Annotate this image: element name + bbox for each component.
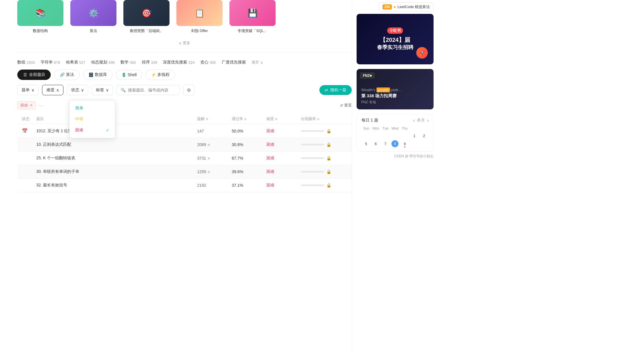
contest-card[interactable]: Wealth's growth platt... FNZ■ 第 338 场力扣周… xyxy=(357,69,434,109)
tag-bfs[interactable]: 广度优先搜索 xyxy=(222,60,246,65)
cal-day-empty xyxy=(361,132,371,140)
problem-title[interactable]: 30. 串联所有单词的子串 xyxy=(36,169,197,174)
col-status: 状态 xyxy=(22,116,36,122)
course-card-label: 算法 xyxy=(90,28,97,33)
cal-day-7[interactable]: 7 xyxy=(381,140,390,148)
course-card-algorithm[interactable]: ⚙️ 算法 xyxy=(70,0,116,33)
sort-up-icon xyxy=(317,118,319,119)
tag-name: 数学 xyxy=(120,60,129,65)
frequency-bar-bg xyxy=(301,144,324,145)
daily-prev-button[interactable]: ‹ xyxy=(413,118,415,123)
table-row: 32. 最长有效括号 2192 37.1% 困难 🔒 xyxy=(17,179,352,192)
banner-ad[interactable]: 小红书 【2024】届 春季实习生招聘 🚀 xyxy=(357,14,434,64)
difficulty-medium-option[interactable]: 中等 xyxy=(69,114,115,125)
tags-dropdown-label: 标签 xyxy=(96,87,104,93)
reset-button[interactable]: ↺ 重置 xyxy=(340,103,352,108)
solution-count: 1255 ▶ xyxy=(197,169,232,174)
tag-string[interactable]: 字符串 678 xyxy=(41,60,60,65)
filter-all-button[interactable]: ☰ 全部题目 xyxy=(17,70,51,80)
badge-number: 200 xyxy=(383,4,392,10)
search-input[interactable] xyxy=(128,88,176,92)
col-frequency[interactable]: 出现频率 xyxy=(301,116,347,122)
random-button[interactable]: ⇄ 随机一题 xyxy=(319,85,352,95)
search-box[interactable]: 🔍 xyxy=(116,85,180,95)
course-card-label: 数据结构 xyxy=(33,28,48,33)
filter-bar: 题单 ∨ 难度 ∧ 状态 ∨ 标签 ∨ 🔍 ⚙ ⇄ xyxy=(17,85,352,96)
leetcode-premium-badge[interactable]: 200 ♥ LeetCode 精选算法 xyxy=(379,2,434,12)
frequency-bar: 🔒 xyxy=(301,129,347,133)
table-row: 10. 正则表达式匹配 2089 ▶ 30.8% 困难 🔒 xyxy=(17,138,352,152)
daily-challenge-header: 每日 1 题 ‹ 本月 › xyxy=(361,118,429,123)
frequency-bar: 🔒 xyxy=(301,183,347,188)
active-filter-close-button[interactable]: ✕ xyxy=(30,103,33,107)
sort-arrows xyxy=(275,118,277,120)
cal-day-6[interactable]: 6 xyxy=(371,140,381,148)
course-card-spring-backend[interactable]: 🎯 春招突围「后端岗」 xyxy=(123,0,170,33)
status-dropdown[interactable]: 状态 ∨ xyxy=(67,85,88,95)
tag-math[interactable]: 数学 482 xyxy=(120,60,136,65)
tag-greedy[interactable]: 贪心 305 xyxy=(200,60,216,65)
chevron-up-icon: ∧ xyxy=(56,88,59,92)
filter-database-button[interactable]: 🗄️ 数据库 xyxy=(83,70,112,80)
tag-sort[interactable]: 排序 339 xyxy=(142,60,157,65)
daily-next-button[interactable]: › xyxy=(427,118,429,123)
cal-day-5[interactable]: 5 xyxy=(361,140,371,148)
heart-icon: ♥ xyxy=(393,5,396,9)
problem-title[interactable]: 32. 最长有效括号 xyxy=(36,183,197,188)
difficulty-dropdown[interactable]: 难度 ∧ xyxy=(42,85,63,95)
video-icon: ▶ xyxy=(208,143,210,147)
solution-count: 2089 ▶ xyxy=(197,142,232,147)
filter-all-label: 全部题目 xyxy=(29,72,45,77)
difficulty-badge: 困难 xyxy=(266,169,301,174)
pass-rate: 39.6% xyxy=(232,169,266,174)
hard-label: 困难 xyxy=(75,128,83,133)
solution-count: 147 xyxy=(197,129,232,133)
tag-array[interactable]: 数组 1503 xyxy=(17,60,35,65)
lock-icon: 🔒 xyxy=(326,156,331,160)
daily-challenge-title: 每日 1 题 xyxy=(361,118,378,123)
weekday-sun: Sun xyxy=(361,126,371,130)
course-card-data-structure[interactable]: 📚 数据结构 xyxy=(17,0,63,33)
cal-day-1[interactable]: 1 xyxy=(410,132,419,140)
tag-dfs[interactable]: 深度优先搜索 324 xyxy=(163,60,195,65)
filter-multithread-button[interactable]: ⚡ 多线程 xyxy=(146,70,175,80)
cal-day-9[interactable]: 9 xyxy=(400,140,409,148)
tag-count: 496 xyxy=(108,60,115,65)
sort-up-icon xyxy=(206,118,208,119)
filter-shell-button[interactable]: 💲 Shell xyxy=(116,70,142,80)
cal-day-2[interactable]: 2 xyxy=(419,132,429,140)
tag-dp[interactable]: 动态规划 496 xyxy=(91,60,115,65)
col-difficulty[interactable]: 难度 xyxy=(266,116,301,122)
cal-day-empty xyxy=(381,132,390,140)
problem-title[interactable]: 1012. 至少有 1 位重复的数字 xyxy=(36,128,197,134)
settings-button[interactable]: ⚙ xyxy=(183,85,194,96)
calendar-grid: Sun Mon Tue Wed Thu 1 2 5 6 7 xyxy=(361,126,429,148)
frequency-bar-bg xyxy=(301,130,324,132)
list-dropdown[interactable]: 题单 ∨ xyxy=(17,85,39,95)
sidebar-top: 200 ♥ LeetCode 精选算法 xyxy=(357,0,434,14)
cal-day-8-today[interactable]: 8 xyxy=(391,140,398,147)
difficulty-badge: 困难 xyxy=(266,142,301,147)
filter-separator: — xyxy=(39,102,44,109)
difficulty-easy-option[interactable]: 简单 xyxy=(69,103,115,114)
filter-algorithm-button[interactable]: 🔗 算法 xyxy=(54,70,80,80)
difficulty-dropdown-label: 难度 xyxy=(46,87,54,93)
problem-title[interactable]: 25. K 个一组翻转链表 xyxy=(36,156,197,161)
tag-expand-button[interactable]: 展开 ∨ xyxy=(252,60,263,65)
lock-icon: 🔒 xyxy=(326,142,331,147)
tags-dropdown[interactable]: 标签 ∨ xyxy=(92,85,113,95)
difficulty-hard-option[interactable]: 困难 ✓ xyxy=(69,125,115,136)
course-card-img: 💾 xyxy=(229,0,276,26)
frequency-bar-bg xyxy=(301,157,324,159)
difficulty-badge: 困难 xyxy=(266,128,301,134)
tag-hashtable[interactable]: 哈希表 527 xyxy=(66,60,86,65)
problem-title[interactable]: 10. 正则表达式匹配 xyxy=(36,142,197,147)
active-filter-hard: 困难 ✕ xyxy=(17,101,36,109)
frequency-bar: 🔒 xyxy=(301,142,347,147)
col-solutions[interactable]: 题解 xyxy=(197,116,232,122)
course-card-sword-offer[interactable]: 📋 剑指 Offer xyxy=(176,0,223,33)
more-button[interactable]: ∨ 更多 xyxy=(17,38,352,50)
course-card-sql[interactable]: 💾 专项突破「SQL」 xyxy=(229,0,276,33)
col-pass-rate[interactable]: 通过率 xyxy=(232,116,266,122)
sort-down-icon xyxy=(317,119,319,120)
